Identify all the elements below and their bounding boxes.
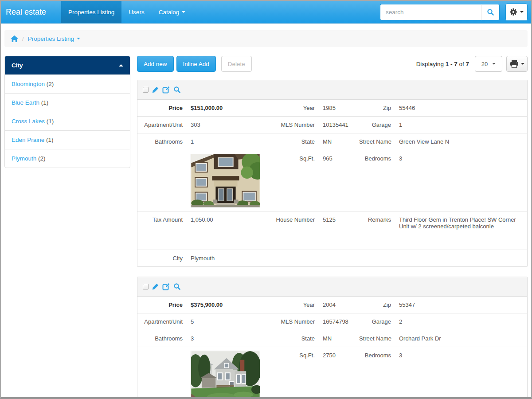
city-link[interactable]: Plymouth xyxy=(12,155,36,162)
field-label: Tax Amount xyxy=(137,211,186,250)
field-label: State xyxy=(272,330,318,347)
add-new-button[interactable]: Add new xyxy=(137,56,174,72)
city-count: (1) xyxy=(47,118,54,125)
record-row: Price $375,900.00 Year 2004 Zip 55347 xyxy=(137,297,527,313)
brand-label: Real estate xyxy=(6,8,46,17)
tab-label: Catalog xyxy=(159,9,180,16)
field-label: Sq.Ft. xyxy=(272,347,318,399)
home-icon[interactable] xyxy=(11,35,18,42)
field-value: MN xyxy=(318,330,356,347)
page-size-select[interactable]: 20 xyxy=(475,56,502,72)
record-row: Bathrooms 3 State MN Street Name Orchard… xyxy=(137,330,527,347)
magnifier-icon xyxy=(173,283,181,290)
delete-button[interactable]: Delete xyxy=(221,56,252,72)
field-label: Apartment/Unit xyxy=(137,313,186,330)
field-label: Garage xyxy=(356,313,395,330)
field-value: Orchard Park Dr xyxy=(395,330,527,347)
field-label: Bedrooms xyxy=(356,347,395,399)
field-label: Street Name xyxy=(356,133,395,150)
search-icon xyxy=(487,8,494,16)
settings-button[interactable] xyxy=(505,4,528,21)
field-value: 2750 xyxy=(318,347,356,399)
pencil-icon xyxy=(152,283,159,290)
field-value: Third Floor Gem in Trenton Place! SW Cor… xyxy=(395,211,527,250)
city-filter-item[interactable]: Eden Prairie (1) xyxy=(5,130,130,149)
magnifier-icon xyxy=(173,86,181,94)
field-value: 3 xyxy=(395,150,527,211)
edit-button[interactable] xyxy=(152,283,159,290)
field-value: 3 xyxy=(395,347,527,399)
field-label: Year xyxy=(272,297,318,313)
collapse-caret-icon xyxy=(119,64,123,66)
view-button[interactable] xyxy=(173,283,181,290)
row-checkbox[interactable] xyxy=(143,87,149,93)
displaying-text: Displaying 1 - 7 of 7 xyxy=(416,61,469,67)
edit-square-icon xyxy=(162,283,170,290)
field-value: $375,900.00 xyxy=(186,297,272,313)
inline-add-button[interactable]: Inline Add xyxy=(176,56,216,72)
record-row: Sq.Ft. 965 Bedrooms 3 xyxy=(137,150,527,211)
field-label: Bathrooms xyxy=(137,330,186,347)
main-content: Add new Inline Add Delete Displaying 1 -… xyxy=(137,56,528,399)
field-value: 1 xyxy=(395,117,527,133)
city-link[interactable]: Eden Prairie xyxy=(12,137,44,143)
property-photo xyxy=(191,351,260,399)
chevron-down-icon xyxy=(182,11,185,13)
chevron-down-icon xyxy=(521,63,524,65)
row-checkbox[interactable] xyxy=(143,284,149,289)
inline-edit-button[interactable] xyxy=(162,86,170,94)
field-label: Price xyxy=(137,297,186,313)
field-value: 5 xyxy=(186,313,272,330)
photo-cell xyxy=(186,347,272,399)
field-label: City xyxy=(137,250,186,266)
edit-button[interactable] xyxy=(152,86,159,94)
field-label: Price xyxy=(137,100,186,116)
field-value: 1 xyxy=(186,133,272,150)
field-value: 55347 xyxy=(395,297,527,313)
card-body: Price $151,000.00 Year 1985 Zip 55446 Ap… xyxy=(137,100,527,266)
card-header xyxy=(137,80,527,100)
field-label: MLS Number xyxy=(272,313,318,330)
field-value: 2 xyxy=(395,313,527,330)
field-value: MN xyxy=(318,133,356,150)
field-label: Apartment/Unit xyxy=(137,117,186,133)
breadcrumb-separator: / xyxy=(22,35,24,42)
search-button[interactable] xyxy=(481,4,500,20)
city-filter-item[interactable]: Cross Lakes (1) xyxy=(5,112,130,130)
city-filter-item[interactable]: Bloomington (2) xyxy=(5,74,130,93)
tab-catalog[interactable]: Catalog xyxy=(152,1,193,23)
chevron-down-icon xyxy=(520,11,524,13)
field-label: Zip xyxy=(356,100,395,116)
city-link[interactable]: Cross Lakes xyxy=(12,118,45,125)
record-row: Apartment/Unit 5 MLS Number 16574798 Gar… xyxy=(137,313,527,330)
chevron-down-icon xyxy=(77,38,80,39)
breadcrumb: / Properties Listing xyxy=(4,30,528,47)
record-row: Apartment/Unit 303 MLS Number 10135441 G… xyxy=(137,116,527,133)
field-label: Bathrooms xyxy=(137,133,186,150)
field-value: Plymouth xyxy=(186,250,272,266)
city-filter-item[interactable]: Plymouth (2) xyxy=(5,149,130,168)
breadcrumb-page-link[interactable]: Properties Listing xyxy=(28,35,80,42)
field-label: MLS Number xyxy=(272,117,318,133)
inline-edit-button[interactable] xyxy=(162,283,170,290)
field-value: 10135441 xyxy=(318,117,356,133)
app-window: Real estate Properties Listing Users Cat… xyxy=(0,0,532,399)
tab-properties-listing[interactable]: Properties Listing xyxy=(61,1,121,23)
city-link[interactable]: Blue Earth xyxy=(12,99,39,106)
city-count: (2) xyxy=(47,81,54,87)
field-value: 5125 xyxy=(318,211,356,250)
tab-users[interactable]: Users xyxy=(121,1,151,23)
view-button[interactable] xyxy=(173,86,181,94)
city-panel-header[interactable]: City xyxy=(5,56,130,74)
field-value: $151,000.00 xyxy=(186,100,272,116)
field-value: 1985 xyxy=(318,100,356,116)
tab-label: Users xyxy=(129,9,144,16)
print-button[interactable] xyxy=(506,56,528,72)
field-value: 1,050.00 xyxy=(186,211,272,250)
search-input[interactable] xyxy=(380,4,481,20)
city-link[interactable]: Bloomington xyxy=(12,81,45,87)
field-value: 303 xyxy=(186,117,272,133)
brand-link[interactable]: Real estate xyxy=(1,1,53,23)
field-label: House Number xyxy=(272,211,318,250)
city-filter-item[interactable]: Blue Earth (1) xyxy=(5,93,130,112)
